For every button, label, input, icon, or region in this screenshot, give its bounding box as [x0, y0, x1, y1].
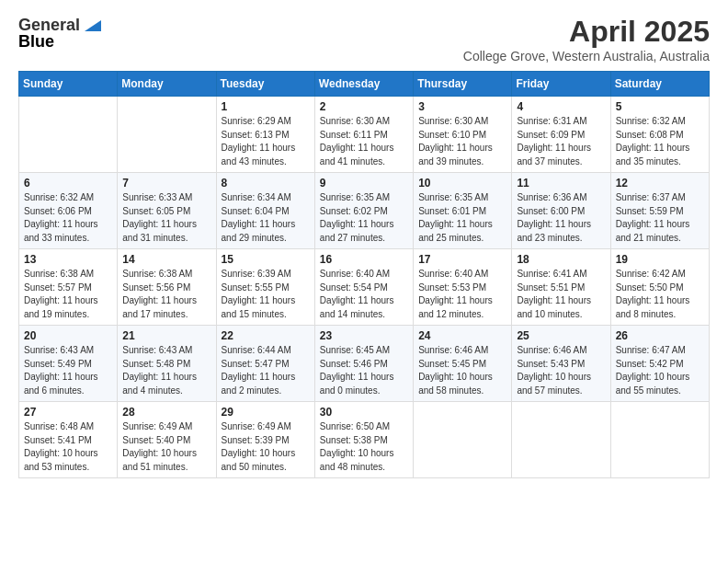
day-info: Sunrise: 6:48 AMSunset: 5:41 PMDaylight:…: [24, 420, 112, 474]
day-number: 9: [320, 177, 408, 190]
sunset-info: Sunset: 6:13 PM: [222, 129, 310, 143]
sunset-info: Sunset: 6:02 PM: [320, 205, 408, 219]
sunrise-info: Sunrise: 6:30 AM: [320, 115, 408, 129]
calendar-cell: 24Sunrise: 6:46 AMSunset: 5:45 PMDayligh…: [414, 326, 512, 402]
calendar-cell: 12Sunrise: 6:37 AMSunset: 5:59 PMDayligh…: [610, 173, 709, 249]
daylight-info: Daylight: 11 hours and 35 minutes.: [616, 142, 704, 168]
daylight-info: Daylight: 11 hours and 15 minutes.: [222, 294, 310, 321]
daylight-info: Daylight: 11 hours and 19 minutes.: [24, 294, 112, 321]
day-of-week-thursday: Thursday: [414, 72, 512, 97]
day-number: 26: [616, 329, 704, 342]
day-number: 30: [320, 406, 408, 419]
day-info: Sunrise: 6:30 AMSunset: 6:11 PMDaylight:…: [320, 115, 408, 168]
calendar-header-row: SundayMondayTuesdayWednesdayThursdayFrid…: [19, 72, 710, 97]
sunset-info: Sunset: 6:00 PM: [517, 205, 605, 219]
calendar-cell: 3Sunrise: 6:30 AMSunset: 6:10 PMDaylight…: [414, 97, 512, 173]
sunset-info: Sunset: 5:49 PM: [24, 358, 112, 372]
sunrise-info: Sunrise: 6:36 AM: [517, 191, 605, 205]
sunrise-info: Sunrise: 6:43 AM: [24, 344, 112, 358]
sunrise-info: Sunrise: 6:32 AM: [616, 115, 704, 129]
calendar-cell: [512, 402, 610, 478]
week-row-1: 1Sunrise: 6:29 AMSunset: 6:13 PMDaylight…: [19, 97, 710, 173]
day-of-week-sunday: Sunday: [19, 72, 118, 97]
sunset-info: Sunset: 6:01 PM: [418, 205, 506, 219]
day-number: 21: [122, 329, 210, 342]
day-number: 27: [24, 406, 112, 419]
day-info: Sunrise: 6:35 AMSunset: 6:01 PMDaylight:…: [418, 191, 506, 245]
day-number: 22: [222, 329, 310, 342]
day-info: Sunrise: 6:46 AMSunset: 5:43 PMDaylight:…: [517, 344, 605, 397]
day-number: 13: [24, 253, 112, 266]
day-number: 2: [320, 100, 408, 113]
day-number: 25: [517, 329, 605, 342]
sunrise-info: Sunrise: 6:35 AM: [320, 191, 408, 205]
sunrise-info: Sunrise: 6:38 AM: [24, 268, 112, 282]
sunset-info: Sunset: 5:38 PM: [320, 434, 408, 448]
sunset-info: Sunset: 5:51 PM: [517, 282, 605, 295]
day-info: Sunrise: 6:38 AMSunset: 5:57 PMDaylight:…: [24, 268, 112, 321]
day-number: 8: [222, 177, 310, 190]
sunrise-info: Sunrise: 6:37 AM: [616, 191, 704, 205]
calendar-cell: 21Sunrise: 6:43 AMSunset: 5:48 PMDayligh…: [118, 326, 216, 402]
day-info: Sunrise: 6:40 AMSunset: 5:53 PMDaylight:…: [418, 268, 506, 321]
sunrise-info: Sunrise: 6:42 AM: [616, 268, 704, 282]
daylight-info: Daylight: 11 hours and 39 minutes.: [418, 142, 506, 168]
day-number: 7: [122, 177, 210, 190]
sunrise-info: Sunrise: 6:34 AM: [222, 191, 310, 205]
daylight-info: Daylight: 10 hours and 55 minutes.: [616, 371, 704, 397]
daylight-info: Daylight: 11 hours and 25 minutes.: [418, 218, 506, 245]
sunset-info: Sunset: 5:47 PM: [222, 358, 310, 372]
day-number: 28: [122, 406, 210, 419]
sunset-info: Sunset: 5:57 PM: [24, 282, 112, 295]
sunset-info: Sunset: 5:39 PM: [222, 434, 310, 448]
day-info: Sunrise: 6:42 AMSunset: 5:50 PMDaylight:…: [616, 268, 704, 321]
sunset-info: Sunset: 5:50 PM: [616, 282, 704, 295]
calendar-cell: 30Sunrise: 6:50 AMSunset: 5:38 PMDayligh…: [314, 402, 413, 478]
day-info: Sunrise: 6:35 AMSunset: 6:02 PMDaylight:…: [320, 191, 408, 245]
day-info: Sunrise: 6:31 AMSunset: 6:09 PMDaylight:…: [517, 115, 605, 168]
sunrise-info: Sunrise: 6:50 AM: [320, 420, 408, 434]
calendar-cell: 15Sunrise: 6:39 AMSunset: 5:55 PMDayligh…: [216, 249, 314, 326]
day-info: Sunrise: 6:47 AMSunset: 5:42 PMDaylight:…: [616, 344, 704, 397]
day-number: 3: [418, 100, 506, 113]
day-number: 12: [616, 177, 704, 190]
day-info: Sunrise: 6:43 AMSunset: 5:49 PMDaylight:…: [24, 344, 112, 397]
daylight-info: Daylight: 10 hours and 58 minutes.: [418, 371, 506, 397]
sunrise-info: Sunrise: 6:47 AM: [616, 344, 704, 358]
calendar: SundayMondayTuesdayWednesdayThursdayFrid…: [18, 71, 710, 478]
day-info: Sunrise: 6:41 AMSunset: 5:51 PMDaylight:…: [517, 268, 605, 321]
day-number: 17: [418, 253, 506, 266]
calendar-cell: 1Sunrise: 6:29 AMSunset: 6:13 PMDaylight…: [216, 97, 314, 173]
sunrise-info: Sunrise: 6:31 AM: [517, 115, 605, 129]
sunrise-info: Sunrise: 6:33 AM: [122, 191, 210, 205]
daylight-info: Daylight: 11 hours and 33 minutes.: [24, 218, 112, 245]
day-info: Sunrise: 6:32 AMSunset: 6:06 PMDaylight:…: [24, 191, 112, 245]
sunset-info: Sunset: 5:48 PM: [122, 358, 210, 372]
calendar-cell: 8Sunrise: 6:34 AMSunset: 6:04 PMDaylight…: [216, 173, 314, 249]
day-info: Sunrise: 6:38 AMSunset: 5:56 PMDaylight:…: [122, 268, 210, 321]
calendar-cell: 6Sunrise: 6:32 AMSunset: 6:06 PMDaylight…: [19, 173, 118, 249]
calendar-cell: 10Sunrise: 6:35 AMSunset: 6:01 PMDayligh…: [414, 173, 512, 249]
sunrise-info: Sunrise: 6:48 AM: [24, 420, 112, 434]
sunset-info: Sunset: 5:54 PM: [320, 282, 408, 295]
day-number: 19: [616, 253, 704, 266]
day-info: Sunrise: 6:45 AMSunset: 5:46 PMDaylight:…: [320, 344, 408, 397]
sunset-info: Sunset: 5:41 PM: [24, 434, 112, 448]
calendar-cell: 9Sunrise: 6:35 AMSunset: 6:02 PMDaylight…: [314, 173, 413, 249]
daylight-info: Daylight: 11 hours and 29 minutes.: [222, 218, 310, 245]
day-number: 4: [517, 100, 605, 113]
daylight-info: Daylight: 11 hours and 31 minutes.: [122, 218, 210, 245]
day-number: 1: [222, 100, 310, 113]
sunset-info: Sunset: 6:06 PM: [24, 205, 112, 219]
day-info: Sunrise: 6:33 AMSunset: 6:05 PMDaylight:…: [122, 191, 210, 245]
calendar-cell: [414, 402, 512, 478]
sunrise-info: Sunrise: 6:49 AM: [222, 420, 310, 434]
logo: General Blue: [18, 15, 101, 52]
day-number: 24: [418, 329, 506, 342]
day-info: Sunrise: 6:34 AMSunset: 6:04 PMDaylight:…: [222, 191, 310, 245]
calendar-cell: 28Sunrise: 6:49 AMSunset: 5:40 PMDayligh…: [118, 402, 216, 478]
page: General Blue April 2025 College Grove, W…: [0, 0, 728, 563]
calendar-cell: 14Sunrise: 6:38 AMSunset: 5:56 PMDayligh…: [118, 249, 216, 326]
day-info: Sunrise: 6:39 AMSunset: 5:55 PMDaylight:…: [222, 268, 310, 321]
svg-marker-0: [85, 20, 101, 31]
